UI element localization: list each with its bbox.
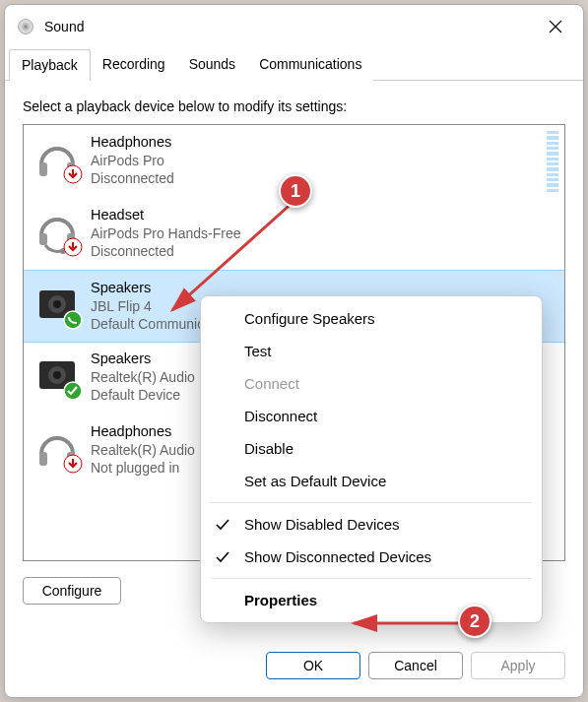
ctx-label: Show Disconnected Devices <box>244 548 431 565</box>
close-button[interactable] <box>536 11 575 42</box>
ctx-set-default[interactable]: Set as Default Device <box>201 465 542 497</box>
ctx-show-disabled[interactable]: Show Disabled Devices <box>201 508 542 541</box>
svg-rect-3 <box>39 162 47 176</box>
annotation-badge: 1 <box>279 174 312 208</box>
svg-rect-6 <box>39 233 47 245</box>
ctx-separator <box>211 578 532 579</box>
speaker-icon <box>33 281 81 328</box>
window-title: Sound <box>44 19 536 34</box>
svg-point-13 <box>64 311 82 329</box>
ctx-connect: Connect <box>201 367 542 400</box>
annotation-arrow-2 <box>348 613 476 633</box>
annotation-badge: 2 <box>458 605 491 638</box>
device-name: Speakers <box>91 350 195 368</box>
device-name: Headphones <box>91 422 195 441</box>
device-status: Disconnected <box>91 169 174 187</box>
configure-button[interactable]: Configure <box>23 577 121 605</box>
tab-sounds[interactable]: Sounds <box>177 49 247 81</box>
dialog-footer: OK Cancel Apply <box>5 638 583 697</box>
headphones-icon <box>33 135 81 182</box>
tab-communications[interactable]: Communications <box>247 49 373 81</box>
headphones-icon <box>33 424 81 472</box>
annotation-arrow-1 <box>163 192 320 320</box>
sound-window: Sound Playback Recording Sounds Communic… <box>4 4 584 698</box>
level-meter <box>547 131 558 192</box>
apply-button[interactable]: Apply <box>471 652 565 679</box>
ctx-test[interactable]: Test <box>201 335 542 367</box>
device-status: Not plugged in <box>91 459 195 477</box>
ctx-disable[interactable]: Disable <box>201 432 542 465</box>
device-desc: AirPods Pro <box>91 152 174 169</box>
annotation-step-1: 1 <box>279 174 312 208</box>
check-icon <box>215 549 230 565</box>
svg-point-2 <box>25 26 28 29</box>
ctx-separator <box>211 502 532 503</box>
check-icon <box>215 517 230 533</box>
tab-strip: Playback Recording Sounds Communications <box>5 48 583 81</box>
titlebar: Sound <box>5 5 583 48</box>
svg-point-12 <box>53 300 61 308</box>
ctx-disconnect[interactable]: Disconnect <box>201 400 542 432</box>
annotation-step-2: 2 <box>458 605 491 638</box>
tab-playback[interactable]: Playback <box>9 49 91 81</box>
sound-icon <box>17 18 34 35</box>
svg-rect-18 <box>39 452 47 466</box>
device-desc: Realtek(R) Audio <box>91 441 195 459</box>
context-menu: Configure Speakers Test Connect Disconne… <box>200 295 543 623</box>
tab-recording[interactable]: Recording <box>91 49 177 81</box>
svg-line-21 <box>172 200 295 310</box>
headset-icon <box>33 208 81 255</box>
device-status: Default Device <box>91 386 195 404</box>
ctx-label: Show Disabled Devices <box>244 516 400 533</box>
device-desc: Realtek(R) Audio <box>91 368 195 386</box>
ok-button[interactable]: OK <box>266 652 360 679</box>
instruction-text: Select a playback device below to modify… <box>23 98 565 114</box>
device-name: Headphones <box>91 133 174 152</box>
cancel-button[interactable]: Cancel <box>368 652 463 679</box>
ctx-show-disconnected[interactable]: Show Disconnected Devices <box>201 541 542 573</box>
svg-point-16 <box>53 371 61 379</box>
speaker-icon <box>33 351 81 399</box>
